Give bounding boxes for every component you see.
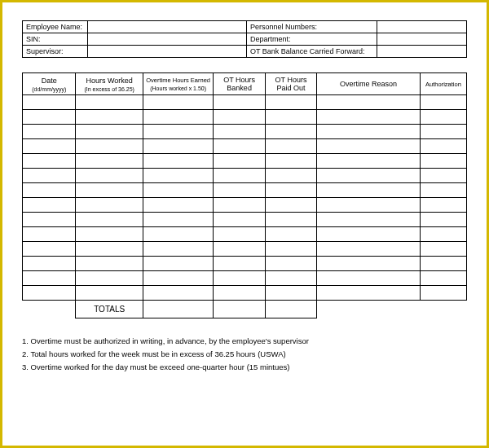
- table-cell: [23, 169, 76, 183]
- table-cell: [265, 198, 316, 213]
- table-row: [23, 125, 467, 139]
- table-cell: [420, 183, 466, 198]
- table-cell: [420, 213, 466, 227]
- table-cell: [23, 213, 76, 227]
- employee-name-value: [88, 21, 247, 33]
- table-cell: [76, 198, 143, 213]
- table-cell: [317, 198, 421, 213]
- table-cell: [317, 169, 421, 183]
- supervisor-label: Supervisor:: [23, 46, 88, 58]
- department-value: [377, 33, 467, 46]
- table-cell: [23, 125, 76, 139]
- table-cell: [76, 95, 143, 110]
- table-cell: [317, 227, 421, 242]
- table-cell: [317, 271, 421, 286]
- table-cell: [143, 154, 214, 169]
- table-cell: [23, 242, 76, 257]
- table-cell: [214, 213, 265, 227]
- table-cell: [420, 95, 466, 110]
- table-row: [23, 227, 467, 242]
- header-hours-worked: Hours Worked (In excess of 36.25): [76, 73, 143, 95]
- employee-name-label: Employee Name:: [23, 21, 88, 33]
- table-cell: [143, 257, 214, 271]
- table-cell: [143, 286, 214, 301]
- table-cell: [23, 227, 76, 242]
- table-cell: [420, 139, 466, 154]
- table-cell: [265, 110, 316, 125]
- totals-ot-paid: [265, 301, 316, 318]
- table-cell: [420, 110, 466, 125]
- table-cell: [317, 242, 421, 257]
- header-authorization: Authorization: [420, 73, 466, 95]
- personnel-numbers-value: [377, 21, 467, 33]
- table-cell: [23, 95, 76, 110]
- table-cell: [317, 125, 421, 139]
- table-cell: [317, 110, 421, 125]
- table-cell: [214, 139, 265, 154]
- table-cell: [265, 227, 316, 242]
- table-cell: [317, 213, 421, 227]
- header-reason: Overtime Reason: [317, 73, 421, 95]
- table-cell: [76, 154, 143, 169]
- table-cell: [76, 139, 143, 154]
- table-cell: [76, 257, 143, 271]
- note-3: 3. Overtime worked for the day must be e…: [22, 361, 467, 374]
- table-cell: [23, 286, 76, 301]
- table-cell: [420, 257, 466, 271]
- employee-info-table: Employee Name: Personnel Numbers: SIN: D…: [22, 20, 467, 58]
- table-row: [23, 183, 467, 198]
- table-cell: [214, 271, 265, 286]
- totals-ot-banked: [214, 301, 265, 318]
- table-row: [23, 95, 467, 110]
- table-cell: [265, 242, 316, 257]
- table-row: [23, 169, 467, 183]
- table-row: [23, 198, 467, 213]
- table-cell: [143, 213, 214, 227]
- table-row: [23, 213, 467, 227]
- table-cell: [317, 286, 421, 301]
- table-cell: [214, 242, 265, 257]
- table-cell: [23, 198, 76, 213]
- table-cell: [265, 95, 316, 110]
- table-cell: [420, 198, 466, 213]
- sin-label: SIN:: [23, 33, 88, 46]
- totals-blank-reason: [317, 301, 421, 318]
- table-cell: [76, 125, 143, 139]
- table-cell: [143, 95, 214, 110]
- table-cell: [265, 183, 316, 198]
- table-cell: [23, 154, 76, 169]
- table-cell: [317, 95, 421, 110]
- table-cell: [76, 183, 143, 198]
- table-cell: [143, 139, 214, 154]
- table-cell: [76, 227, 143, 242]
- table-cell: [265, 125, 316, 139]
- table-cell: [214, 110, 265, 125]
- table-cell: [317, 139, 421, 154]
- table-cell: [214, 183, 265, 198]
- table-cell: [265, 139, 316, 154]
- table-cell: [23, 183, 76, 198]
- table-row: [23, 242, 467, 257]
- table-cell: [420, 125, 466, 139]
- table-cell: [143, 110, 214, 125]
- note-1: 1. Overtime must be authorized in writin…: [22, 335, 467, 348]
- table-cell: [265, 169, 316, 183]
- table-cell: [214, 286, 265, 301]
- table-cell: [23, 110, 76, 125]
- header-date: Date (dd/mm/yyyy): [23, 73, 76, 95]
- totals-row: TOTALS: [23, 301, 467, 318]
- table-cell: [76, 271, 143, 286]
- table-cell: [76, 169, 143, 183]
- table-cell: [265, 213, 316, 227]
- table-header-row: Date (dd/mm/yyyy) Hours Worked (In exces…: [23, 73, 467, 95]
- table-cell: [214, 198, 265, 213]
- supervisor-value: [88, 46, 247, 58]
- table-cell: [214, 154, 265, 169]
- table-cell: [214, 257, 265, 271]
- table-cell: [265, 154, 316, 169]
- table-cell: [317, 183, 421, 198]
- table-row: [23, 110, 467, 125]
- table-row: [23, 257, 467, 271]
- header-ot-paid: OT Hours Paid Out: [265, 73, 316, 95]
- header-ot-banked: OT Hours Banked: [214, 73, 265, 95]
